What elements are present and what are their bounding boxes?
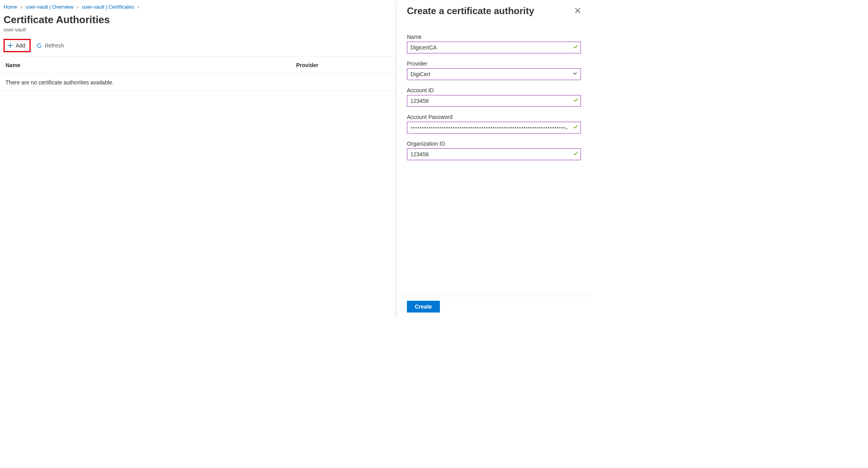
label-organization-id: Organization ID (407, 141, 581, 147)
organization-id-input[interactable] (407, 148, 581, 160)
chevron-right-icon: › (75, 4, 81, 10)
plus-icon (7, 42, 13, 49)
account-id-input[interactable] (407, 95, 581, 107)
label-account-id: Account ID (407, 87, 581, 93)
close-button[interactable] (573, 6, 582, 16)
field-account-id: Account ID (407, 87, 581, 107)
chevron-right-icon: › (136, 4, 141, 10)
create-ca-panel: Create a certificate authority Name Prov… (397, 0, 591, 319)
label-account-password: Account Password (407, 114, 581, 120)
add-button-label: Add (16, 42, 26, 49)
column-header-name[interactable]: Name (5, 62, 296, 68)
panel-body: Name Provider DigiCert Account ID (397, 18, 591, 296)
check-icon (573, 124, 579, 131)
check-icon (573, 97, 579, 104)
chevron-right-icon: › (18, 4, 24, 10)
refresh-button[interactable]: Refresh (33, 40, 67, 51)
account-password-input[interactable]: ••••••••••••••••••••••••••••••••••••••••… (407, 122, 581, 133)
refresh-button-label: Refresh (45, 42, 64, 49)
breadcrumb-link-home[interactable]: Home (4, 4, 17, 10)
close-icon (575, 9, 581, 15)
field-account-password: Account Password •••••••••••••••••••••••… (407, 114, 581, 133)
provider-select[interactable]: DigiCert (407, 68, 581, 80)
refresh-icon (36, 42, 42, 49)
panel-header: Create a certificate authority (397, 0, 591, 18)
check-icon (573, 151, 579, 158)
field-organization-id: Organization ID (407, 141, 581, 160)
label-provider: Provider (407, 60, 581, 67)
add-button[interactable]: Add (4, 39, 31, 52)
create-button[interactable]: Create (407, 301, 440, 313)
check-icon (573, 44, 579, 51)
field-name: Name (407, 34, 581, 53)
name-input[interactable] (407, 42, 581, 53)
breadcrumb-link-certificates[interactable]: user-vault | Certificates (82, 4, 134, 10)
panel-footer: Create (397, 296, 591, 319)
panel-title: Create a certificate authority (407, 5, 534, 16)
field-provider: Provider DigiCert (407, 60, 581, 80)
label-name: Name (407, 34, 581, 40)
breadcrumb-link-overview[interactable]: user-vault | Overview (26, 4, 73, 10)
